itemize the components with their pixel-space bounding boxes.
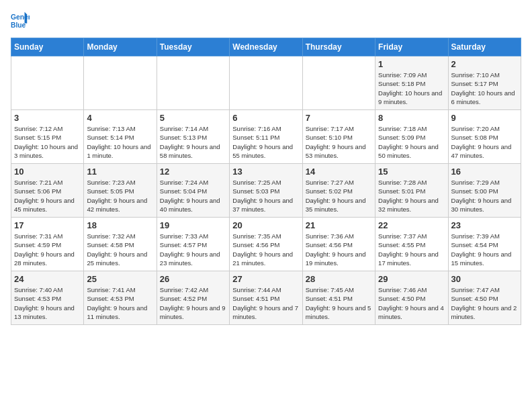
day-info: Sunrise: 7:39 AM Sunset: 4:54 PM Dayligh… — [451, 232, 518, 267]
day-number: 10 — [14, 167, 81, 177]
day-cell — [302, 56, 375, 110]
day-cell: 6Sunrise: 7:16 AM Sunset: 5:11 PM Daylig… — [230, 110, 302, 164]
day-cell — [11, 56, 84, 110]
logo: General Blue — [11, 11, 32, 30]
day-cell: 20Sunrise: 7:35 AM Sunset: 4:56 PM Dayli… — [230, 218, 302, 271]
day-number: 11 — [87, 167, 153, 177]
day-cell: 1Sunrise: 7:09 AM Sunset: 5:18 PM Daylig… — [375, 56, 448, 110]
day-info: Sunrise: 7:23 AM Sunset: 5:05 PM Dayligh… — [87, 178, 153, 214]
day-number: 24 — [14, 274, 81, 284]
day-info: Sunrise: 7:20 AM Sunset: 5:08 PM Dayligh… — [451, 124, 518, 160]
header-row: SundayMondayTuesdayWednesdayThursdayFrid… — [11, 38, 521, 56]
day-info: Sunrise: 7:12 AM Sunset: 5:15 PM Dayligh… — [14, 124, 81, 160]
svg-text:Blue: Blue — [11, 21, 26, 29]
day-number: 18 — [87, 220, 153, 230]
day-info: Sunrise: 7:21 AM Sunset: 5:06 PM Dayligh… — [14, 178, 81, 214]
page-header: General Blue — [11, 11, 521, 30]
week-row-2: 3Sunrise: 7:12 AM Sunset: 5:15 PM Daylig… — [11, 110, 521, 164]
day-number: 25 — [87, 274, 153, 284]
day-number: 22 — [378, 220, 445, 230]
day-number: 5 — [160, 113, 226, 123]
day-cell: 12Sunrise: 7:24 AM Sunset: 5:04 PM Dayli… — [157, 164, 229, 218]
day-number: 15 — [378, 167, 445, 177]
day-info: Sunrise: 7:45 AM Sunset: 4:51 PM Dayligh… — [306, 285, 372, 321]
day-info: Sunrise: 7:09 AM Sunset: 5:18 PM Dayligh… — [378, 71, 445, 106]
day-cell: 4Sunrise: 7:13 AM Sunset: 5:14 PM Daylig… — [84, 110, 157, 164]
day-info: Sunrise: 7:28 AM Sunset: 5:01 PM Dayligh… — [378, 178, 445, 214]
day-info: Sunrise: 7:17 AM Sunset: 5:10 PM Dayligh… — [306, 124, 372, 160]
day-number: 16 — [451, 167, 518, 177]
day-cell: 16Sunrise: 7:29 AM Sunset: 5:00 PM Dayli… — [448, 164, 521, 218]
day-number: 17 — [14, 220, 81, 230]
day-number: 1 — [378, 59, 445, 69]
day-number: 29 — [378, 274, 445, 284]
day-cell: 10Sunrise: 7:21 AM Sunset: 5:06 PM Dayli… — [11, 164, 84, 218]
day-number: 4 — [87, 113, 153, 123]
calendar-header: SundayMondayTuesdayWednesdayThursdayFrid… — [11, 38, 521, 56]
calendar-body: 1Sunrise: 7:09 AM Sunset: 5:18 PM Daylig… — [11, 56, 521, 325]
day-info: Sunrise: 7:36 AM Sunset: 4:56 PM Dayligh… — [306, 232, 372, 267]
logo-icon: General Blue — [11, 11, 30, 30]
day-cell — [157, 56, 229, 110]
day-cell: 5Sunrise: 7:14 AM Sunset: 5:13 PM Daylig… — [157, 110, 229, 164]
day-info: Sunrise: 7:44 AM Sunset: 4:51 PM Dayligh… — [232, 285, 299, 321]
day-info: Sunrise: 7:13 AM Sunset: 5:14 PM Dayligh… — [87, 124, 153, 160]
day-info: Sunrise: 7:31 AM Sunset: 4:59 PM Dayligh… — [14, 232, 81, 267]
day-cell: 17Sunrise: 7:31 AM Sunset: 4:59 PM Dayli… — [11, 218, 84, 271]
day-number: 23 — [451, 220, 518, 230]
day-cell: 7Sunrise: 7:17 AM Sunset: 5:10 PM Daylig… — [302, 110, 375, 164]
day-number: 14 — [306, 167, 372, 177]
day-info: Sunrise: 7:40 AM Sunset: 4:53 PM Dayligh… — [14, 285, 81, 321]
day-number: 30 — [451, 274, 518, 284]
day-number: 7 — [306, 113, 372, 123]
day-info: Sunrise: 7:42 AM Sunset: 4:52 PM Dayligh… — [160, 285, 226, 321]
week-row-4: 17Sunrise: 7:31 AM Sunset: 4:59 PM Dayli… — [11, 218, 521, 271]
header-cell-monday: Monday — [84, 38, 157, 56]
day-cell: 28Sunrise: 7:45 AM Sunset: 4:51 PM Dayli… — [302, 271, 375, 325]
day-cell: 21Sunrise: 7:36 AM Sunset: 4:56 PM Dayli… — [302, 218, 375, 271]
day-cell: 14Sunrise: 7:27 AM Sunset: 5:02 PM Dayli… — [302, 164, 375, 218]
day-number: 6 — [232, 113, 299, 123]
day-cell: 18Sunrise: 7:32 AM Sunset: 4:58 PM Dayli… — [84, 218, 157, 271]
day-number: 19 — [160, 220, 226, 230]
day-number: 20 — [232, 220, 299, 230]
day-info: Sunrise: 7:33 AM Sunset: 4:57 PM Dayligh… — [160, 232, 226, 267]
calendar-table: SundayMondayTuesdayWednesdayThursdayFrid… — [11, 38, 521, 325]
day-info: Sunrise: 7:24 AM Sunset: 5:04 PM Dayligh… — [160, 178, 226, 214]
header-cell-tuesday: Tuesday — [157, 38, 229, 56]
day-info: Sunrise: 7:41 AM Sunset: 4:53 PM Dayligh… — [87, 285, 153, 321]
day-info: Sunrise: 7:46 AM Sunset: 4:50 PM Dayligh… — [378, 285, 445, 321]
day-number: 9 — [451, 113, 518, 123]
day-cell: 13Sunrise: 7:25 AM Sunset: 5:03 PM Dayli… — [230, 164, 302, 218]
header-cell-saturday: Saturday — [448, 38, 521, 56]
day-cell: 2Sunrise: 7:10 AM Sunset: 5:17 PM Daylig… — [448, 56, 521, 110]
day-cell: 3Sunrise: 7:12 AM Sunset: 5:15 PM Daylig… — [11, 110, 84, 164]
day-number: 8 — [378, 113, 445, 123]
day-info: Sunrise: 7:27 AM Sunset: 5:02 PM Dayligh… — [306, 178, 372, 214]
day-cell: 15Sunrise: 7:28 AM Sunset: 5:01 PM Dayli… — [375, 164, 448, 218]
day-cell — [230, 56, 302, 110]
day-info: Sunrise: 7:32 AM Sunset: 4:58 PM Dayligh… — [87, 232, 153, 267]
day-cell: 23Sunrise: 7:39 AM Sunset: 4:54 PM Dayli… — [448, 218, 521, 271]
day-info: Sunrise: 7:47 AM Sunset: 4:50 PM Dayligh… — [451, 285, 518, 321]
day-number: 27 — [232, 274, 299, 284]
day-info: Sunrise: 7:16 AM Sunset: 5:11 PM Dayligh… — [232, 124, 299, 160]
day-number: 28 — [306, 274, 372, 284]
week-row-1: 1Sunrise: 7:09 AM Sunset: 5:18 PM Daylig… — [11, 56, 521, 110]
day-number: 2 — [451, 59, 518, 69]
day-cell: 30Sunrise: 7:47 AM Sunset: 4:50 PM Dayli… — [448, 271, 521, 325]
day-info: Sunrise: 7:10 AM Sunset: 5:17 PM Dayligh… — [451, 71, 518, 106]
day-info: Sunrise: 7:18 AM Sunset: 5:09 PM Dayligh… — [378, 124, 445, 160]
day-cell: 24Sunrise: 7:40 AM Sunset: 4:53 PM Dayli… — [11, 271, 84, 325]
day-number: 13 — [232, 167, 299, 177]
day-cell: 9Sunrise: 7:20 AM Sunset: 5:08 PM Daylig… — [448, 110, 521, 164]
day-cell: 22Sunrise: 7:37 AM Sunset: 4:55 PM Dayli… — [375, 218, 448, 271]
day-info: Sunrise: 7:14 AM Sunset: 5:13 PM Dayligh… — [160, 124, 226, 160]
day-number: 26 — [160, 274, 226, 284]
day-number: 12 — [160, 167, 226, 177]
day-cell: 29Sunrise: 7:46 AM Sunset: 4:50 PM Dayli… — [375, 271, 448, 325]
day-cell: 26Sunrise: 7:42 AM Sunset: 4:52 PM Dayli… — [157, 271, 229, 325]
day-info: Sunrise: 7:25 AM Sunset: 5:03 PM Dayligh… — [232, 178, 299, 214]
day-number: 21 — [306, 220, 372, 230]
header-cell-thursday: Thursday — [302, 38, 375, 56]
